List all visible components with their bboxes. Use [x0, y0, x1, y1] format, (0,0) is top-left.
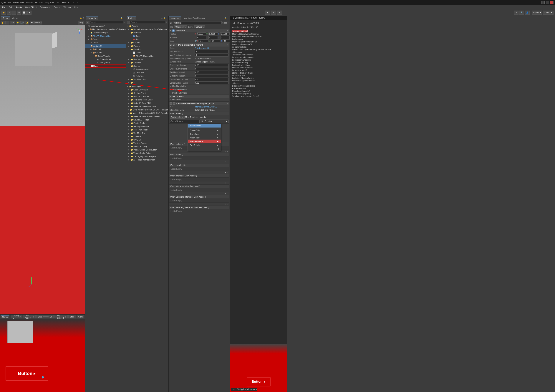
project-folder-versionctl[interactable]: ▶ 📁 Version Control [126, 141, 168, 145]
pos-z-field[interactable] [220, 32, 230, 35]
tab-inspector[interactable]: Inspector [169, 16, 181, 20]
menu-oculus[interactable]: Oculus [52, 6, 62, 9]
project-item-cube[interactable]: ▶ ⬜ Cube [126, 51, 168, 54]
rot-x-field[interactable] [197, 36, 206, 39]
hierarchy-item-handgrab[interactable]: ▶ 📦 HandGrabInteractableDataCollection [85, 28, 126, 31]
right-inspector-item[interactable]: Material sharedMaterial [231, 66, 286, 69]
max-selecting-field[interactable] [195, 53, 228, 57]
scale-x-field[interactable] [199, 39, 208, 43]
tag-select[interactable]: Untagged [174, 25, 187, 28]
project-folder-unityui[interactable]: ▶ 📁 Unity UI [126, 138, 168, 141]
project-item-poketest[interactable]: ▶ 🎬 PokeTest [126, 74, 168, 78]
project-item-blue[interactable]: ▶ ⬤ Blue [126, 34, 168, 38]
hierarchy-item-cube[interactable]: ▶ ⬜ Cube [85, 64, 126, 68]
right-inspector-item[interactable]: SendMessageUpwards (string) [231, 95, 286, 97]
project-item-grabtest[interactable]: ▶ 🎬 GrabTest [126, 71, 168, 74]
project-add-btn[interactable]: + [127, 21, 130, 24]
right-inspector-item[interactable]: int sortingLayerID [231, 69, 286, 72]
pause-button[interactable]: ⏸ [271, 11, 276, 15]
poke-section-header[interactable]: ✓ ✓ ▼ Poke Interactable (Script) ⚙ [169, 43, 229, 46]
menu-gameobject[interactable]: GameObject [24, 6, 38, 9]
rot-z-field[interactable] [220, 36, 230, 39]
transform-options-icon[interactable]: ⚙ [227, 30, 228, 31]
cancel-select-normal-field[interactable] [195, 78, 228, 81]
unhover-remove-btn[interactable]: - [227, 150, 228, 152]
right-inspector-item[interactable]: ResetLocalBounds () [231, 90, 286, 92]
ew-options-icon[interactable]: ⚙ [227, 103, 228, 104]
context-gameobject[interactable]: GameObject ▶ [188, 128, 221, 132]
scene-tool-light[interactable]: 💡 [16, 21, 20, 24]
hierarchy-add-btn[interactable]: + [86, 21, 89, 24]
interactor-added-btn[interactable]: + [225, 182, 226, 184]
right-inspector-item[interactable]: string tag [231, 82, 286, 84]
project-folder-profile[interactable]: ▶ 📁 Profile Analyzer [126, 121, 168, 125]
project-folder-material[interactable]: ▼ 📁 Material [126, 31, 168, 34]
right-inspector-item[interactable]: bool staticShadowCaster [231, 77, 286, 79]
project-folder-textmesh[interactable]: ▶ 📁 TextMeshPro [126, 131, 168, 135]
project-folder-scenes[interactable]: ▼ 📁 Scenes [126, 64, 168, 68]
project-folder-vseditor[interactable]: ▶ 📁 Visual Studio Editor [126, 151, 168, 155]
scene-tool-effects[interactable]: ✨ [25, 21, 29, 24]
pos-x-field[interactable] [197, 32, 206, 35]
account-button[interactable]: 👤 [525, 11, 530, 15]
min-thresholds-row[interactable]: ▶ Min Thresholds [169, 85, 229, 88]
menu-assets[interactable]: Assets [14, 6, 23, 9]
scene-persp-btn[interactable]: Persp [78, 21, 84, 24]
window-controls[interactable]: — □ × [541, 1, 554, 4]
game-button[interactable]: Button ▶ [6, 366, 48, 381]
right-inspector-item[interactable]: int lightmapIndex [231, 46, 286, 48]
game-scale-slider[interactable] [43, 316, 49, 317]
right-inspector-item[interactable]: SendMessage (string) [231, 92, 286, 95]
project-folder-plugins[interactable]: ▶ 📁 Plugins [126, 44, 168, 48]
poke-script-link[interactable]: PokeInteractable [195, 47, 210, 49]
menu-window[interactable]: Window [62, 6, 72, 9]
context-meshfilter[interactable]: MeshFilter ▶ [188, 136, 221, 140]
project-folder-vscode[interactable]: ▶ 📁 Visual Studio Code Editor [126, 148, 168, 151]
rot-y-field[interactable] [208, 36, 218, 39]
hierarchy-item-visuals[interactable]: ▼ 📦 Visuals [85, 51, 126, 54]
project-folder-packages[interactable]: ▼ 📁 Packages [126, 85, 168, 88]
scene-tool-audio[interactable]: 🔊 [20, 21, 24, 24]
right-inspector-item[interactable]: string name [231, 51, 286, 53]
no-function-button[interactable]: No Function ▾ [200, 119, 228, 123]
project-item-eventwrapper[interactable]: ▶ 🎬 EventWrapper [126, 68, 168, 71]
menu-component[interactable]: Component [38, 6, 52, 9]
unselect-remove-btn[interactable]: - [227, 171, 228, 173]
position-pinning-row[interactable]: ▶ Position Pinning [169, 91, 229, 95]
right-inspector-item[interactable]: Mesh enlightenVertexStream [231, 40, 286, 43]
layer-select[interactable]: Default [194, 25, 205, 28]
select-remove-btn[interactable]: - [227, 161, 228, 163]
right-inspector-item[interactable]: float scaleinLightmap [231, 64, 286, 66]
project-folder-metaxrsdk[interactable]: ▶ 📁 Meta XR Interaction SDK [126, 105, 168, 108]
project-folder-metaxrovr[interactable]: ▶ 📁 Meta XR Interaction SDK OVR Integrat… [126, 108, 168, 111]
enter-hover-normal-field[interactable] [195, 64, 228, 67]
ew-script-link[interactable]: InteractableUnityEvent... [195, 106, 217, 108]
project-folder-xr[interactable]: ▶ 📁 XR [126, 81, 168, 84]
hierarchy-item-dirlight[interactable]: ▶ 💡 Directional Light [85, 31, 126, 34]
project-folder-textmeshpro[interactable]: ▶ 📁 TextMesh Pro [126, 78, 168, 81]
project-folder-timeline[interactable]: ▶ 📁 Timeline [126, 135, 168, 138]
scene-tool-move[interactable]: ↔ [5, 21, 9, 24]
collab-button[interactable]: ☁ [514, 11, 518, 15]
interactor-remove-btn[interactable]: - [227, 182, 228, 184]
hierarchy-item-model[interactable]: ▶ 📦 Model [85, 48, 126, 51]
optionals-row[interactable]: ▶ Optionals [169, 98, 229, 101]
tab-game[interactable]: Game [1, 315, 9, 318]
recoil-assist-row[interactable]: ▶ Recoil Assist [169, 95, 229, 98]
exit-hover-normal-field[interactable] [195, 71, 228, 74]
project-folder-codecov[interactable]: ▶ 📁 Code Coverage [126, 88, 168, 91]
poke-active-checkbox[interactable]: ✓ [170, 44, 172, 46]
hierarchy-item-plane[interactable]: ▶ ▭ Plane [85, 41, 126, 44]
poke-options-icon[interactable]: ⚙ [227, 44, 228, 46]
tab-handgrab[interactable]: Hand Grab Pose Recorder [182, 17, 206, 19]
context-add-btn[interactable]: + [218, 148, 219, 150]
hierarchy-item-eventwrapper[interactable]: ▼ 🎬 EventWrapper* [85, 24, 126, 28]
project-item-red[interactable]: ▶ ⬤ Red [126, 38, 168, 41]
hierarchy-item-texttmp[interactable]: ▶ T Text (TMP) [85, 61, 126, 64]
right-inspector-item[interactable]: ResetBounds () [231, 87, 286, 90]
project-folder-customnunit[interactable]: ▶ 📁 Custom NUnit [126, 91, 168, 95]
ew-enabled-checkbox[interactable]: ✓ [173, 102, 175, 104]
tool-move[interactable]: ↔ [7, 11, 12, 15]
right-inspector-item[interactable]: GameObject lightProbeProxyVolumeOverride [231, 48, 286, 51]
transform-section-header[interactable]: ▼ ⊞ Transform ⚙ [169, 29, 229, 32]
